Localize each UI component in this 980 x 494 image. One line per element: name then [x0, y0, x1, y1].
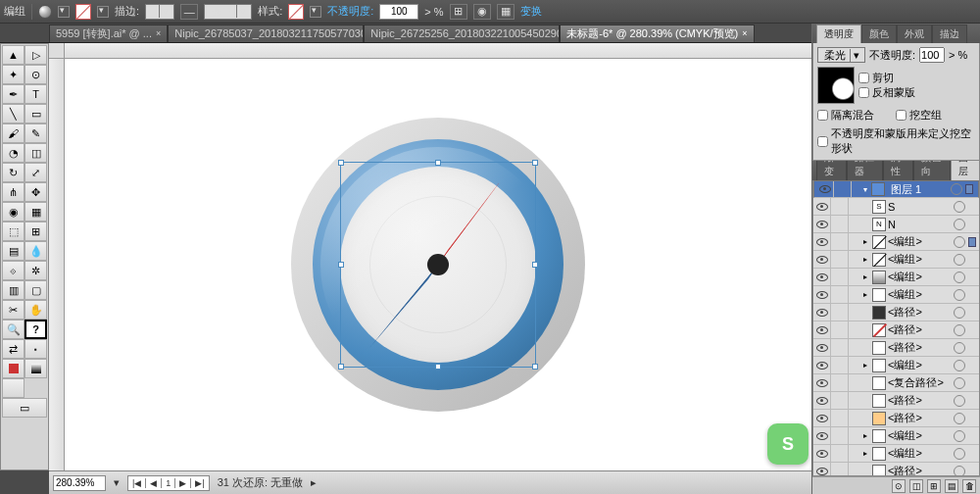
- tab-transparency[interactable]: 透明度: [816, 25, 861, 43]
- layer-row[interactable]: ▸<编组>: [813, 427, 979, 445]
- target-icon[interactable]: [954, 342, 965, 354]
- target-icon[interactable]: [954, 466, 965, 477]
- horizontal-ruler[interactable]: [65, 43, 811, 59]
- selection-tool[interactable]: ▲: [2, 45, 24, 65]
- selection-indicator[interactable]: [968, 290, 976, 300]
- layer-row[interactable]: <路径>: [813, 321, 979, 339]
- eyedropper-tool[interactable]: 💧: [24, 241, 47, 261]
- layer-row[interactable]: SS: [813, 198, 979, 216]
- paintbrush-tool[interactable]: 🖌: [2, 124, 24, 143]
- no-style-icon[interactable]: [288, 4, 304, 20]
- layer-name[interactable]: <编组>: [888, 270, 951, 284]
- visibility-toggle[interactable]: [816, 181, 834, 197]
- lasso-tool[interactable]: ⊙: [24, 65, 47, 84]
- artwork-viewport[interactable]: [65, 59, 811, 470]
- magic-wand-tool[interactable]: ✦: [2, 65, 24, 84]
- layer-name[interactable]: <路径>: [888, 340, 951, 355]
- tab-swatches[interactable]: 颜色向: [913, 161, 951, 180]
- document-tab[interactable]: Nipic_26725256_20180322100545029030.ai* …: [364, 25, 560, 42]
- default-fs[interactable]: ▪: [24, 339, 47, 359]
- blend-tool[interactable]: ⟐: [2, 261, 24, 280]
- target-icon[interactable]: [954, 201, 965, 213]
- swap-fill-stroke[interactable]: ⇄: [2, 339, 24, 359]
- target-icon[interactable]: [954, 430, 965, 442]
- layer-row[interactable]: ▸<编组>: [813, 233, 979, 251]
- new-layer-icon[interactable]: ▤: [945, 479, 958, 493]
- selection-indicator[interactable]: [968, 361, 976, 370]
- disclosure-icon[interactable]: ▸: [860, 290, 870, 299]
- style-dropdown[interactable]: [310, 6, 321, 18]
- selection-indicator[interactable]: [965, 184, 973, 194]
- lock-toggle[interactable]: [831, 321, 849, 338]
- artboard-tool[interactable]: ▢: [24, 280, 47, 300]
- lock-toggle[interactable]: [831, 410, 849, 426]
- disclosure-icon[interactable]: ▸: [860, 361, 870, 370]
- tab-pathfinder[interactable]: 路径器: [847, 161, 884, 180]
- opacity-input[interactable]: [379, 4, 418, 20]
- layer-row[interactable]: <路径>: [813, 463, 979, 476]
- transform-label[interactable]: 变换: [520, 4, 542, 19]
- width-tool[interactable]: ⋔: [2, 182, 24, 202]
- fill-swatch[interactable]: [38, 5, 52, 19]
- lock-toggle[interactable]: [831, 392, 849, 409]
- gradient-mode[interactable]: [24, 359, 47, 378]
- target-icon[interactable]: [954, 324, 965, 336]
- layer-name[interactable]: N: [888, 219, 951, 230]
- lock-toggle[interactable]: [831, 304, 849, 321]
- selection-indicator[interactable]: [968, 396, 976, 406]
- visibility-toggle[interactable]: [813, 374, 831, 391]
- stroke-weight[interactable]: ▾: [145, 4, 174, 20]
- selection-indicator[interactable]: [968, 325, 976, 335]
- selection-indicator[interactable]: [968, 255, 976, 265]
- layer-list[interactable]: ▾图层 1SSNN▸<编组>▸<编组>▸<编组>▸<编组><路径><路径><路径…: [812, 180, 980, 476]
- layer-name[interactable]: <编组>: [888, 234, 951, 249]
- layer-row[interactable]: <路径>: [813, 410, 979, 427]
- lock-toggle[interactable]: [831, 198, 849, 215]
- live-paint-tool[interactable]: ▦: [24, 202, 47, 222]
- document-tab[interactable]: 5959 [转换].ai* @ ...×: [49, 25, 168, 42]
- target-icon[interactable]: [954, 377, 965, 389]
- layer-row[interactable]: ▸<编组>: [813, 251, 979, 269]
- blob-brush-tool[interactable]: ◔: [2, 143, 24, 163]
- selection-indicator[interactable]: [968, 431, 976, 441]
- layer-row[interactable]: ▾图层 1: [813, 180, 979, 198]
- shape-builder-tool[interactable]: ◉: [2, 202, 24, 222]
- type-tool[interactable]: T: [24, 84, 47, 104]
- layer-row[interactable]: ▸<编组>: [813, 445, 979, 463]
- layer-name[interactable]: <路径>: [888, 305, 951, 320]
- eraser-tool[interactable]: ◫: [24, 143, 47, 163]
- document-tab[interactable]: Nipic_26785037_20180321175057703037.ai* …: [168, 25, 364, 42]
- disclosure-icon[interactable]: ▾: [859, 185, 869, 194]
- lock-toggle[interactable]: [831, 233, 849, 250]
- layer-name[interactable]: <编组>: [888, 358, 951, 372]
- stroke-dash-icon[interactable]: —: [180, 4, 198, 20]
- compass-art[interactable]: [291, 118, 585, 412]
- isolate-icon[interactable]: ▦: [497, 4, 514, 20]
- layer-name[interactable]: <复合路径>: [888, 375, 951, 390]
- lock-toggle[interactable]: [831, 216, 849, 232]
- layer-name[interactable]: <路径>: [888, 411, 951, 425]
- selection-indicator[interactable]: [968, 414, 976, 423]
- color-mode[interactable]: [2, 359, 24, 378]
- gradient-tool[interactable]: ▤: [2, 241, 24, 261]
- tab-color[interactable]: 颜色: [861, 25, 897, 43]
- visibility-toggle[interactable]: [813, 321, 831, 338]
- panel-opacity-input[interactable]: [919, 47, 945, 63]
- layer-row[interactable]: <复合路径>: [813, 374, 979, 392]
- selection-indicator[interactable]: [968, 343, 976, 353]
- free-transform-tool[interactable]: ✥: [24, 182, 47, 202]
- graph-tool[interactable]: ▥: [2, 280, 24, 300]
- blend-mode-select[interactable]: 柔光▾: [817, 47, 865, 63]
- symbol-sprayer-tool[interactable]: ✲: [24, 261, 47, 280]
- visibility-toggle[interactable]: [813, 269, 831, 285]
- disclosure-icon[interactable]: ▸: [860, 431, 870, 440]
- artboard-nav[interactable]: |◀◀1▶▶|: [127, 475, 210, 491]
- layer-row[interactable]: <路径>: [813, 339, 979, 357]
- visibility-toggle[interactable]: [813, 198, 831, 215]
- lock-toggle[interactable]: [831, 463, 849, 476]
- stroke-color-dropdown[interactable]: [97, 6, 109, 18]
- make-mask-icon[interactable]: ◫: [909, 479, 923, 493]
- layer-name[interactable]: <编组>: [888, 252, 951, 267]
- layer-row[interactable]: ▸<编组>: [813, 357, 979, 374]
- scale-tool[interactable]: ⤢: [24, 163, 47, 182]
